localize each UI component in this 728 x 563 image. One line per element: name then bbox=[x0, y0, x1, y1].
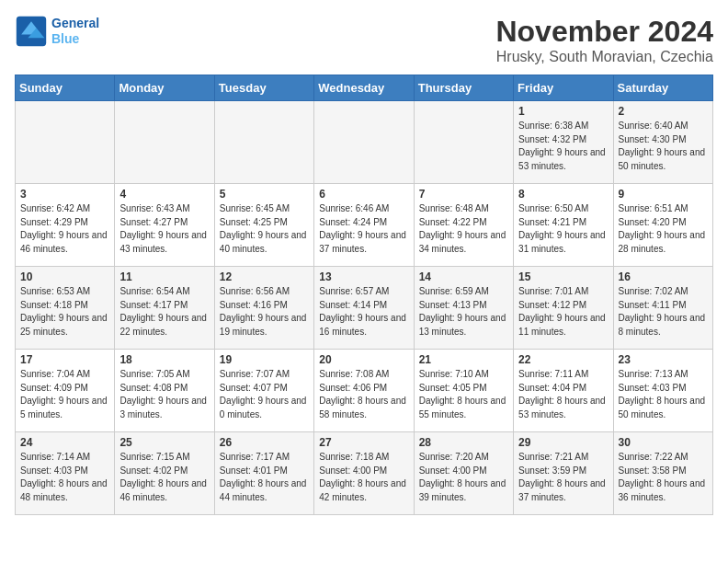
day-info: Sunrise: 7:20 AM Sunset: 4:00 PM Dayligh… bbox=[419, 451, 508, 504]
day-number: 26 bbox=[220, 436, 309, 449]
day-info: Sunrise: 7:01 AM Sunset: 4:12 PM Dayligh… bbox=[518, 285, 608, 339]
day-cell: 6Sunrise: 6:46 AM Sunset: 4:24 PM Daylig… bbox=[314, 184, 414, 267]
day-number: 19 bbox=[220, 353, 309, 366]
day-info: Sunrise: 6:43 AM Sunset: 4:27 PM Dayligh… bbox=[119, 202, 209, 256]
day-cell: 19Sunrise: 7:07 AM Sunset: 4:07 PM Dayli… bbox=[214, 350, 313, 432]
day-number: 11 bbox=[119, 270, 209, 283]
day-cell: 3Sunrise: 6:42 AM Sunset: 4:29 PM Daylig… bbox=[16, 184, 115, 267]
day-cell: 22Sunrise: 7:11 AM Sunset: 4:04 PM Dayli… bbox=[514, 350, 613, 432]
day-number: 15 bbox=[518, 270, 608, 283]
day-number: 27 bbox=[319, 436, 408, 449]
day-info: Sunrise: 6:38 AM Sunset: 4:32 PM Dayligh… bbox=[518, 120, 608, 173]
day-info: Sunrise: 7:15 AM Sunset: 4:02 PM Dayligh… bbox=[119, 451, 209, 504]
day-info: Sunrise: 6:40 AM Sunset: 4:30 PM Dayligh… bbox=[619, 120, 708, 173]
day-cell: 9Sunrise: 6:51 AM Sunset: 4:20 PM Daylig… bbox=[613, 184, 712, 267]
day-cell: 20Sunrise: 7:08 AM Sunset: 4:06 PM Dayli… bbox=[314, 350, 414, 432]
title-area: November 2024 Hrusky, South Moravian, Cz… bbox=[495, 15, 713, 65]
week-row-4: 17Sunrise: 7:04 AM Sunset: 4:09 PM Dayli… bbox=[16, 350, 713, 432]
day-cell: 10Sunrise: 6:53 AM Sunset: 4:18 PM Dayli… bbox=[16, 267, 115, 350]
day-info: Sunrise: 7:10 AM Sunset: 4:05 PM Dayligh… bbox=[419, 368, 508, 421]
day-info: Sunrise: 7:13 AM Sunset: 4:03 PM Dayligh… bbox=[619, 368, 708, 421]
week-row-5: 24Sunrise: 7:14 AM Sunset: 4:03 PM Dayli… bbox=[16, 432, 713, 515]
day-cell: 23Sunrise: 7:13 AM Sunset: 4:03 PM Dayli… bbox=[613, 350, 712, 432]
day-cell: 21Sunrise: 7:10 AM Sunset: 4:05 PM Dayli… bbox=[414, 350, 513, 432]
day-info: Sunrise: 6:56 AM Sunset: 4:16 PM Dayligh… bbox=[220, 285, 309, 339]
day-info: Sunrise: 6:57 AM Sunset: 4:14 PM Dayligh… bbox=[319, 285, 408, 339]
day-cell: 17Sunrise: 7:04 AM Sunset: 4:09 PM Dayli… bbox=[16, 350, 115, 432]
logo-text: General Blue bbox=[51, 16, 99, 47]
day-info: Sunrise: 7:04 AM Sunset: 4:09 PM Dayligh… bbox=[20, 368, 109, 421]
day-number: 3 bbox=[20, 188, 109, 201]
day-info: Sunrise: 7:11 AM Sunset: 4:04 PM Dayligh… bbox=[518, 368, 608, 421]
day-cell: 1Sunrise: 6:38 AM Sunset: 4:32 PM Daylig… bbox=[514, 101, 613, 184]
day-info: Sunrise: 7:22 AM Sunset: 3:58 PM Dayligh… bbox=[619, 451, 708, 504]
day-number: 21 bbox=[419, 353, 508, 366]
day-number: 24 bbox=[20, 436, 109, 449]
day-info: Sunrise: 6:54 AM Sunset: 4:17 PM Dayligh… bbox=[119, 285, 209, 339]
day-number: 14 bbox=[419, 270, 508, 283]
day-number: 30 bbox=[619, 436, 708, 449]
day-number: 17 bbox=[20, 353, 109, 366]
weekday-header-row: SundayMondayTuesdayWednesdayThursdayFrid… bbox=[16, 75, 713, 101]
day-number: 8 bbox=[518, 188, 608, 201]
day-number: 6 bbox=[319, 188, 408, 201]
day-cell: 4Sunrise: 6:43 AM Sunset: 4:27 PM Daylig… bbox=[115, 184, 214, 267]
day-info: Sunrise: 7:17 AM Sunset: 4:01 PM Dayligh… bbox=[220, 451, 309, 504]
day-cell: 18Sunrise: 7:05 AM Sunset: 4:08 PM Dayli… bbox=[115, 350, 214, 432]
day-info: Sunrise: 6:42 AM Sunset: 4:29 PM Dayligh… bbox=[20, 202, 109, 256]
day-info: Sunrise: 7:07 AM Sunset: 4:07 PM Dayligh… bbox=[220, 368, 309, 421]
day-info: Sunrise: 6:59 AM Sunset: 4:13 PM Dayligh… bbox=[419, 285, 508, 339]
day-info: Sunrise: 6:53 AM Sunset: 4:18 PM Dayligh… bbox=[20, 285, 109, 339]
day-number: 10 bbox=[20, 270, 109, 283]
week-row-1: 1Sunrise: 6:38 AM Sunset: 4:32 PM Daylig… bbox=[16, 101, 713, 184]
day-cell: 26Sunrise: 7:17 AM Sunset: 4:01 PM Dayli… bbox=[214, 432, 313, 515]
day-info: Sunrise: 7:08 AM Sunset: 4:06 PM Dayligh… bbox=[319, 368, 408, 421]
day-cell: 24Sunrise: 7:14 AM Sunset: 4:03 PM Dayli… bbox=[16, 432, 115, 515]
week-row-3: 10Sunrise: 6:53 AM Sunset: 4:18 PM Dayli… bbox=[16, 267, 713, 350]
day-cell: 25Sunrise: 7:15 AM Sunset: 4:02 PM Dayli… bbox=[115, 432, 214, 515]
day-number: 5 bbox=[220, 188, 309, 201]
day-number: 18 bbox=[119, 353, 209, 366]
day-cell: 15Sunrise: 7:01 AM Sunset: 4:12 PM Dayli… bbox=[514, 267, 613, 350]
weekday-header-friday: Friday bbox=[514, 75, 613, 101]
day-cell: 2Sunrise: 6:40 AM Sunset: 4:30 PM Daylig… bbox=[613, 101, 712, 184]
day-cell: 7Sunrise: 6:48 AM Sunset: 4:22 PM Daylig… bbox=[414, 184, 513, 267]
header: General Blue November 2024 Hrusky, South… bbox=[15, 15, 713, 65]
day-info: Sunrise: 7:21 AM Sunset: 3:59 PM Dayligh… bbox=[518, 451, 608, 504]
day-cell: 13Sunrise: 6:57 AM Sunset: 4:14 PM Dayli… bbox=[314, 267, 414, 350]
logo-icon bbox=[15, 15, 48, 48]
day-cell: 12Sunrise: 6:56 AM Sunset: 4:16 PM Dayli… bbox=[214, 267, 313, 350]
day-number: 13 bbox=[319, 270, 408, 283]
day-number: 12 bbox=[220, 270, 309, 283]
calendar-title: November 2024 bbox=[495, 15, 713, 49]
day-cell: 14Sunrise: 6:59 AM Sunset: 4:13 PM Dayli… bbox=[414, 267, 513, 350]
calendar-table: SundayMondayTuesdayWednesdayThursdayFrid… bbox=[15, 75, 713, 515]
day-cell: 5Sunrise: 6:45 AM Sunset: 4:25 PM Daylig… bbox=[214, 184, 313, 267]
weekday-header-sunday: Sunday bbox=[16, 75, 115, 101]
week-row-2: 3Sunrise: 6:42 AM Sunset: 4:29 PM Daylig… bbox=[16, 184, 713, 267]
day-number: 1 bbox=[518, 105, 608, 118]
day-info: Sunrise: 6:46 AM Sunset: 4:24 PM Dayligh… bbox=[319, 202, 408, 256]
day-number: 25 bbox=[119, 436, 209, 449]
day-cell bbox=[214, 101, 313, 184]
day-number: 29 bbox=[518, 436, 608, 449]
day-cell bbox=[314, 101, 414, 184]
day-number: 9 bbox=[619, 188, 708, 201]
weekday-header-thursday: Thursday bbox=[414, 75, 513, 101]
day-info: Sunrise: 7:05 AM Sunset: 4:08 PM Dayligh… bbox=[119, 368, 209, 421]
day-info: Sunrise: 7:02 AM Sunset: 4:11 PM Dayligh… bbox=[619, 285, 708, 339]
day-cell: 30Sunrise: 7:22 AM Sunset: 3:58 PM Dayli… bbox=[613, 432, 712, 515]
weekday-header-saturday: Saturday bbox=[613, 75, 712, 101]
day-number: 22 bbox=[518, 353, 608, 366]
day-number: 16 bbox=[619, 270, 708, 283]
day-info: Sunrise: 6:51 AM Sunset: 4:20 PM Dayligh… bbox=[619, 202, 708, 256]
day-cell: 11Sunrise: 6:54 AM Sunset: 4:17 PM Dayli… bbox=[115, 267, 214, 350]
weekday-header-tuesday: Tuesday bbox=[214, 75, 313, 101]
day-cell bbox=[414, 101, 513, 184]
day-number: 23 bbox=[619, 353, 708, 366]
day-cell: 28Sunrise: 7:20 AM Sunset: 4:00 PM Dayli… bbox=[414, 432, 513, 515]
day-cell: 16Sunrise: 7:02 AM Sunset: 4:11 PM Dayli… bbox=[613, 267, 712, 350]
day-info: Sunrise: 7:14 AM Sunset: 4:03 PM Dayligh… bbox=[20, 451, 109, 504]
day-info: Sunrise: 6:45 AM Sunset: 4:25 PM Dayligh… bbox=[220, 202, 309, 256]
day-info: Sunrise: 6:50 AM Sunset: 4:21 PM Dayligh… bbox=[518, 202, 608, 256]
